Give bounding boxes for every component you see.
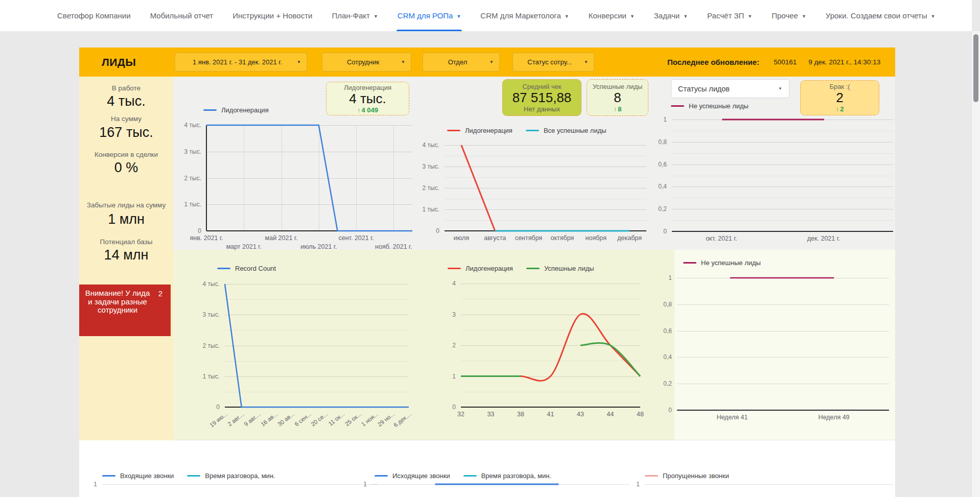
nav-item-label: Инструкции + Новости [232, 11, 312, 20]
x-axis-line [225, 407, 409, 408]
gridline [206, 204, 412, 205]
chevron-down-icon: ▼ [374, 14, 378, 19]
nav-item-company-traffic-light[interactable]: Светофор Компании [57, 0, 131, 31]
y-tick-label: 1 тыс. [189, 373, 220, 380]
kpi-label: Потенциал базы [79, 238, 173, 246]
y-tick-label: 1 [609, 481, 640, 488]
chart-leadgen-monthly: 4 тыс.3 тыс.2 тыс.1 тыс.0янв. 2021 г.мар… [206, 125, 412, 231]
scorecard-delta: ↑4 049 [357, 106, 378, 114]
last-update-id: 500161 [774, 58, 797, 66]
legend-leadgen-vs-success: ЛидогенерацияВсе успешные лиды [447, 127, 606, 134]
y-tick-label: 0,8 [641, 301, 672, 308]
y-tick-label: 1 [336, 481, 367, 488]
x-tick-label: июля [454, 234, 469, 242]
legend-swatch [217, 268, 230, 269]
legend-outgoing-calls: Исходящие звонкиВремя разговора, мин. [375, 472, 551, 480]
chevron-down-icon: ▼ [630, 14, 635, 19]
date-range-filter[interactable]: 1 янв. 2021 г. - 31 дек. 2021 г. ▼ [175, 53, 307, 72]
scorecard-label: Успешные лиды [593, 83, 643, 90]
lead-status-select-value: Статусы лидов [678, 85, 730, 93]
nav-item-mobile-report[interactable]: Мобильный отчет [150, 0, 214, 31]
nav-item-instructions-news[interactable]: Инструкции + Новости [232, 0, 312, 31]
legend-label: Record Count [235, 265, 276, 272]
lead-status-select[interactable]: Статусы лидов ▼ [671, 79, 789, 98]
legend-item: Лидогенерация [447, 127, 512, 134]
scorecard-value: 4 тыс. [349, 91, 386, 106]
warning-count: 2 [158, 289, 162, 298]
gridline-vertical [244, 125, 244, 231]
gridline [672, 142, 893, 143]
nav-item-label: Мобильный отчет [150, 11, 214, 20]
employee-filter[interactable]: Сотрудник ▼ [322, 53, 411, 72]
last-update: Последнее обновление: 500161 9 дек. 2021… [667, 48, 880, 77]
x-tick-label: дек. 2021 г. [807, 235, 840, 242]
legend-item: Время разговора, мин. [463, 472, 551, 480]
scrollbar-thumb[interactable] [973, 34, 978, 102]
y-tick-label: 1 тыс. [409, 206, 439, 213]
page-title: ЛИДЫ [102, 48, 136, 77]
scorecard-success-leads: Успешные лиды 8 ↑8 [587, 79, 648, 116]
employee-status-filter[interactable]: Статус сотру... ▼ [512, 53, 594, 72]
y-axis-line [206, 125, 207, 231]
x-tick-label: окт. 2021 г. [706, 235, 737, 242]
nav-item-label: CRM для РОПа [398, 11, 453, 20]
legend-record-count: Record Count [217, 265, 276, 272]
x-tick-label: сентября [515, 234, 542, 242]
nav-item-tasks[interactable]: Задачи▼ [654, 0, 688, 31]
legend-item: Не успешные лиды [683, 259, 761, 267]
nav-item-other[interactable]: Прочее▼ [772, 0, 806, 31]
nav-item-crm-rop[interactable]: CRM для РОПа▼ [398, 0, 461, 31]
y-tick-label: 0,2 [641, 380, 672, 387]
y-tick-label: 0 [409, 227, 439, 234]
x-tick-label: 38 [517, 411, 524, 418]
legend-item: Record Count [217, 265, 276, 272]
legend-label: Все успешные лиды [544, 127, 606, 134]
legend-label: Пропущенные звонки [663, 472, 729, 480]
x-tick-label: Неделя 49 [819, 414, 850, 421]
x-tick-label: Неделя 41 [716, 414, 748, 421]
series-line [580, 343, 640, 376]
kpi-value: 4 тыс. [79, 93, 173, 109]
legend-swatch [683, 262, 696, 264]
gridline-vertical [282, 125, 282, 231]
kpi-label: Конверсия в сделки [79, 151, 173, 158]
x-tick-label: март 2021 г. [226, 243, 262, 250]
employee-status-filter-label: Статус сотру... [527, 58, 572, 66]
chevron-down-icon: ▼ [930, 14, 935, 19]
gridline [225, 315, 409, 315]
y-tick-label: 4 тыс. [189, 280, 220, 288]
chart-leadgen-vs-success: 4 тыс.3 тыс.2 тыс.1 тыс.0июляавгустасент… [445, 145, 646, 231]
chevron-down-icon: ▼ [802, 14, 806, 19]
kpi-value: 167 тыс. [79, 125, 173, 140]
gridline [206, 125, 412, 126]
gridline-minor [445, 156, 646, 156]
department-filter[interactable]: Отдел ▼ [423, 53, 500, 72]
y-tick-label: 1 тыс. [171, 201, 201, 208]
scorecard-label: Средний чек [522, 83, 561, 90]
gridline-minor [461, 392, 640, 392]
nav-item-conversions[interactable]: Конверсии▼ [589, 0, 635, 31]
gridline-minor [225, 392, 409, 392]
nav-item-salary-calc[interactable]: Расчёт ЗП▼ [707, 0, 752, 31]
x-axis-line [206, 230, 412, 231]
chevron-down-icon: ▼ [401, 60, 405, 64]
gridline-vertical [393, 125, 394, 231]
legend-swatch [187, 475, 200, 477]
nav-item-label: Уроки. Создаем свои отчеты [826, 11, 927, 20]
y-tick-label: 0,6 [641, 327, 672, 335]
dashboard-page: Светофор КомпанииМобильный отчетИнструкц… [0, 0, 980, 497]
up-arrow-icon: ↑ [614, 105, 617, 113]
gridline [461, 315, 640, 315]
chevron-down-icon: ▼ [456, 14, 461, 19]
last-update-time: 9 дек. 2021 г., 14:30:13 [808, 58, 880, 66]
legend-swatch [526, 268, 540, 269]
gridline [206, 152, 412, 152]
nav-item-plan-fact[interactable]: План-Факт▼ [332, 0, 378, 31]
nav-item-label: Конверсии [589, 11, 626, 20]
warning-banner: Внимание! У лида и задачи разные сотрудн… [79, 285, 171, 336]
nav-item-crm-marketer[interactable]: CRM для Маркетолога▼ [480, 0, 569, 31]
nav-item-lessons[interactable]: Уроки. Создаем свои отчеты▼ [826, 0, 936, 31]
chart-leadgen-success-weeks: 4321032333841434448 [461, 283, 640, 407]
y-tick-label: 0 [189, 404, 220, 411]
x-tick-label: 44 [607, 411, 614, 418]
